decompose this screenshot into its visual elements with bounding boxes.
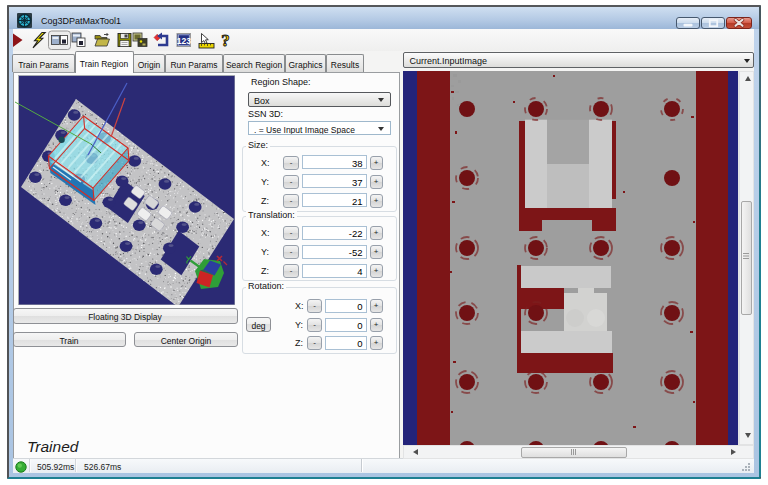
svg-text:?: ? <box>221 31 230 50</box>
svg-text:123: 123 <box>177 36 191 46</box>
